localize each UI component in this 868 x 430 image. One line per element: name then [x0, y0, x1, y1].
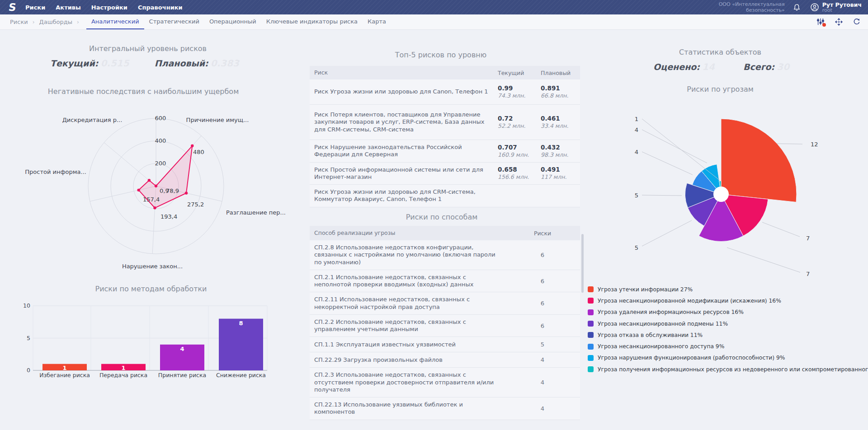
tab-3[interactable]: Ключевые индикаторы риска — [261, 14, 363, 29]
breadcrumb-item[interactable]: Риски — [10, 19, 28, 25]
top5-table: Риск Текущий Плановый Риск Угроза жизни … — [310, 66, 580, 207]
menu-item-3[interactable]: Справочники — [138, 4, 183, 11]
table-row[interactable]: СП.2.3 Использование недостатков, связан… — [310, 368, 580, 397]
legend-swatch — [588, 298, 594, 304]
table-row[interactable]: Риск Угроза жизни или здоровью для Canon… — [310, 79, 580, 105]
risk-money: 160.9 млн. — [498, 151, 541, 159]
menu-item-1[interactable]: Активы — [56, 4, 81, 11]
method-name: СП.2.2 Использование недостатков, связан… — [310, 315, 505, 337]
stats-evaluated: Оценено: 14 — [653, 61, 715, 72]
stats-title: Статистика объектов — [607, 48, 833, 56]
legend-swatch — [588, 355, 594, 361]
table-row[interactable]: Риск Нарушение законодательства Российск… — [310, 140, 580, 163]
risk-name: Риск Нарушение законодательства Российск… — [310, 140, 498, 162]
svg-text:78,9: 78,9 — [166, 187, 179, 194]
svg-text:8: 8 — [239, 320, 243, 327]
table-row[interactable]: СП.22.29 Загрузка произвольных файлов4 — [310, 352, 580, 368]
bar-title: Риски по методам обработки — [38, 285, 264, 293]
risk-value: 0.891 — [541, 84, 580, 92]
chevron-right-icon: › — [33, 19, 35, 25]
legend-label: Угроза получения информационных ресурсов… — [598, 366, 868, 373]
user-menu[interactable]: Рут Рутович root — [810, 2, 862, 13]
tab-4[interactable]: Карта — [363, 14, 391, 29]
method-risk-count: 6 — [505, 252, 580, 258]
methods-table-header: Способ реализации угрозы Риски — [310, 226, 580, 240]
table-row[interactable]: Риск Потеря клиентов, поставщиков для Уп… — [310, 105, 580, 140]
bar-chart[interactable]: 05101Избегание риска1Передача риска4Прин… — [18, 294, 280, 385]
table-row[interactable]: СП.2.1 Использование недостатков, связан… — [310, 270, 580, 293]
risk-money: 98.3 млн. — [541, 151, 580, 159]
legend-item[interactable]: Угроза отказа в обслуживании 11% — [588, 329, 867, 341]
breadcrumb-item[interactable]: Дашборды — [39, 19, 73, 25]
methods-scrollbar[interactable] — [581, 234, 584, 293]
move-icon[interactable] — [835, 18, 844, 27]
tab-1[interactable]: Стратегический — [144, 14, 204, 29]
integral-planned: Плановый: 0.383 — [155, 58, 239, 69]
filter-icon[interactable] — [816, 18, 826, 27]
table-row[interactable]: Риск Угроза жизни или здоровью для CRM-с… — [310, 185, 580, 207]
svg-text:7: 7 — [806, 235, 810, 242]
dashboard-tabs: АналитическийСтратегическийОперационныйК… — [86, 14, 391, 29]
legend-item[interactable]: Угроза удаления информационных ресурсов … — [588, 307, 867, 318]
table-row[interactable]: СП.2.8 Использование недостатков конфигу… — [310, 240, 580, 270]
table-row[interactable]: СП.2.2 Использование недостатков, связан… — [310, 315, 580, 337]
legend-item[interactable]: Угроза несанкционированного доступа 9% — [588, 341, 867, 352]
svg-text:Избегание риска: Избегание риска — [39, 372, 90, 379]
refresh-icon[interactable] — [853, 18, 862, 27]
svg-text:1: 1 — [62, 365, 66, 371]
legend-item[interactable]: Угроза нарушения функционирования (работ… — [588, 352, 867, 364]
table-row[interactable]: Риск Простой информационной системы или … — [310, 163, 580, 185]
risk-money: 74.3 млн. — [498, 92, 541, 99]
method-name: СП.22.29 Загрузка произвольных файлов — [310, 353, 505, 367]
legend-label: Угроза отказа в обслуживании 11% — [598, 332, 703, 338]
risk-name: Риск Угроза жизни или здоровью для CRM-с… — [310, 185, 498, 207]
svg-text:480: 480 — [193, 149, 204, 155]
legend-swatch — [588, 332, 594, 338]
breadcrumb: Риски›Дашборды› — [10, 14, 79, 29]
svg-text:600: 600 — [155, 115, 166, 122]
top5-title: Топ-5 рисков по уровню — [305, 51, 576, 59]
svg-text:275,2: 275,2 — [187, 201, 204, 208]
svg-text:1: 1 — [635, 116, 638, 122]
legend-label: Угроза удаления информационных ресурсов … — [598, 309, 744, 315]
radar-chart[interactable]: 200400600Причинение имущ...Разглашение п… — [14, 104, 294, 276]
legend-item[interactable]: Угроза получения информационных ресурсов… — [588, 364, 867, 375]
integral-current: Текущий: 0.515 — [50, 58, 129, 69]
table-row[interactable]: СП.1.1 Эксплуатация известных уязвимосте… — [310, 337, 580, 352]
legend-swatch — [588, 344, 594, 350]
risk-values: 0.707160.9 млн. — [498, 144, 541, 159]
risk-name: Риск Потеря клиентов, поставщиков для Уп… — [310, 108, 498, 137]
svg-text:10: 10 — [23, 302, 30, 309]
method-name: СП.1.1 Эксплуатация известных уязвимосте… — [310, 337, 505, 352]
table-row[interactable]: СП.2.11 Использование недостатков, связа… — [310, 292, 580, 315]
table-row[interactable]: СП.22.13 Использование уязвимых библиоте… — [310, 397, 580, 420]
rose-pie-chart[interactable]: 127755441 — [597, 90, 868, 282]
svg-text:5: 5 — [635, 244, 638, 251]
method-risk-count: 4 — [505, 405, 580, 412]
avatar-icon — [810, 3, 819, 12]
risk-name: Риск Угроза жизни или здоровью для Canon… — [310, 84, 498, 99]
user-name: Рут Рутович — [822, 2, 862, 8]
notifications-bell-icon[interactable] — [792, 2, 802, 12]
tab-0[interactable]: Аналитический — [86, 14, 144, 29]
legend-swatch — [588, 321, 594, 327]
svg-text:Дискредитация р...: Дискредитация р... — [62, 117, 123, 123]
legend-label: Угроза несанкционированной подмены 11% — [598, 321, 728, 327]
svg-text:7: 7 — [806, 271, 810, 277]
legend-label: Угроза утечки информации 27% — [598, 286, 693, 293]
brand-logo-icon[interactable]: S — [5, 0, 20, 14]
legend-item[interactable]: Угроза несанкционированной модификации (… — [588, 295, 867, 306]
method-risk-count: 5 — [505, 341, 580, 348]
legend-item[interactable]: Угроза утечки информации 27% — [588, 284, 867, 295]
legend-item[interactable]: Угроза несанкционированной подмены 11% — [588, 318, 867, 329]
menu-item-2[interactable]: Настройки — [91, 4, 127, 11]
method-risk-count: 6 — [505, 322, 580, 329]
tab-2[interactable]: Операционный — [204, 14, 261, 29]
pie-legend: Угроза утечки информации 27%Угроза несан… — [588, 284, 867, 375]
risk-money: 33.4 млн. — [541, 122, 580, 130]
risk-dashboard: S РискиАктивыНастройкиСправочники ООО «И… — [0, 0, 868, 430]
svg-text:4: 4 — [180, 346, 184, 352]
menu-item-0[interactable]: Риски — [25, 4, 45, 11]
svg-text:Причинение имущ...: Причинение имущ... — [186, 117, 249, 123]
company-line2: безопасность» — [719, 7, 785, 13]
